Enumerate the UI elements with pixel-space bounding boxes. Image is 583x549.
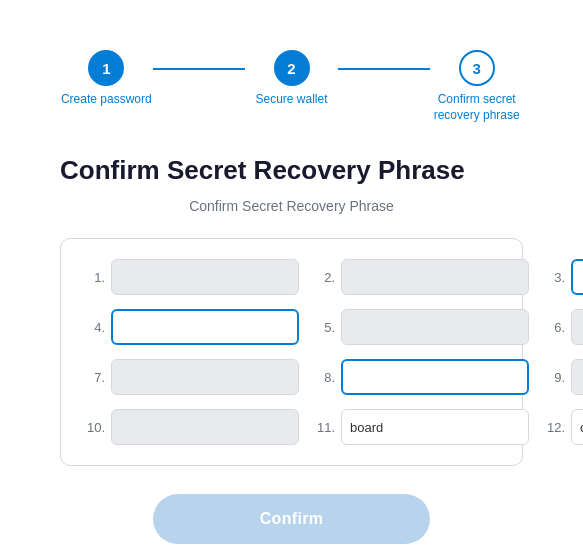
word-input-5[interactable] — [341, 309, 529, 345]
word-input-6[interactable] — [571, 309, 583, 345]
word-input-10[interactable] — [111, 409, 299, 445]
step-1-circle: 1 — [88, 50, 124, 86]
stepper: 1 Create password 2 Secure wallet 3 Conf… — [60, 50, 523, 123]
word-grid: 1.2.3.4.5.6.7.8.9.10.11.12. — [85, 259, 498, 445]
word-input-11[interactable] — [341, 409, 529, 445]
word-input-2[interactable] — [341, 259, 529, 295]
word-input-3[interactable] — [571, 259, 583, 295]
word-input-4[interactable] — [111, 309, 299, 345]
word-item-12: 12. — [545, 409, 583, 445]
word-item-6: 6. — [545, 309, 583, 345]
word-item-3: 3. — [545, 259, 583, 295]
step-2-label: Secure wallet — [255, 92, 327, 108]
word-number-4: 4. — [85, 320, 105, 335]
word-number-11: 11. — [315, 420, 335, 435]
word-item-10: 10. — [85, 409, 299, 445]
word-number-7: 7. — [85, 370, 105, 385]
page-subtitle: Confirm Secret Recovery Phrase — [60, 198, 523, 214]
word-number-3: 3. — [545, 270, 565, 285]
confirm-button[interactable]: Confirm — [153, 494, 431, 544]
word-number-8: 8. — [315, 370, 335, 385]
word-grid-container: 1.2.3.4.5.6.7.8.9.10.11.12. — [60, 238, 523, 466]
word-number-5: 5. — [315, 320, 335, 335]
step-2: 2 Secure wallet — [245, 50, 338, 108]
word-item-1: 1. — [85, 259, 299, 295]
word-item-7: 7. — [85, 359, 299, 395]
word-input-7[interactable] — [111, 359, 299, 395]
step-2-circle: 2 — [274, 50, 310, 86]
step-3-label: Confirm secret recovery phrase — [430, 92, 523, 123]
word-item-9: 9. — [545, 359, 583, 395]
step-3-circle: 3 — [459, 50, 495, 86]
word-input-8[interactable] — [341, 359, 529, 395]
connector-2-3 — [338, 68, 431, 70]
word-number-2: 2. — [315, 270, 335, 285]
word-input-1[interactable] — [111, 259, 299, 295]
word-number-6: 6. — [545, 320, 565, 335]
step-1-label: Create password — [61, 92, 152, 108]
page-title: Confirm Secret Recovery Phrase — [60, 155, 523, 186]
word-number-1: 1. — [85, 270, 105, 285]
step-1: 1 Create password — [60, 50, 153, 108]
word-number-10: 10. — [85, 420, 105, 435]
word-item-5: 5. — [315, 309, 529, 345]
connector-1-2 — [153, 68, 246, 70]
word-input-12[interactable] — [571, 409, 583, 445]
main-container: 1 Create password 2 Secure wallet 3 Conf… — [20, 20, 563, 549]
word-item-8: 8. — [315, 359, 529, 395]
word-item-2: 2. — [315, 259, 529, 295]
word-number-9: 9. — [545, 370, 565, 385]
word-item-4: 4. — [85, 309, 299, 345]
word-input-9[interactable] — [571, 359, 583, 395]
step-3: 3 Confirm secret recovery phrase — [430, 50, 523, 123]
word-item-11: 11. — [315, 409, 529, 445]
word-number-12: 12. — [545, 420, 565, 435]
